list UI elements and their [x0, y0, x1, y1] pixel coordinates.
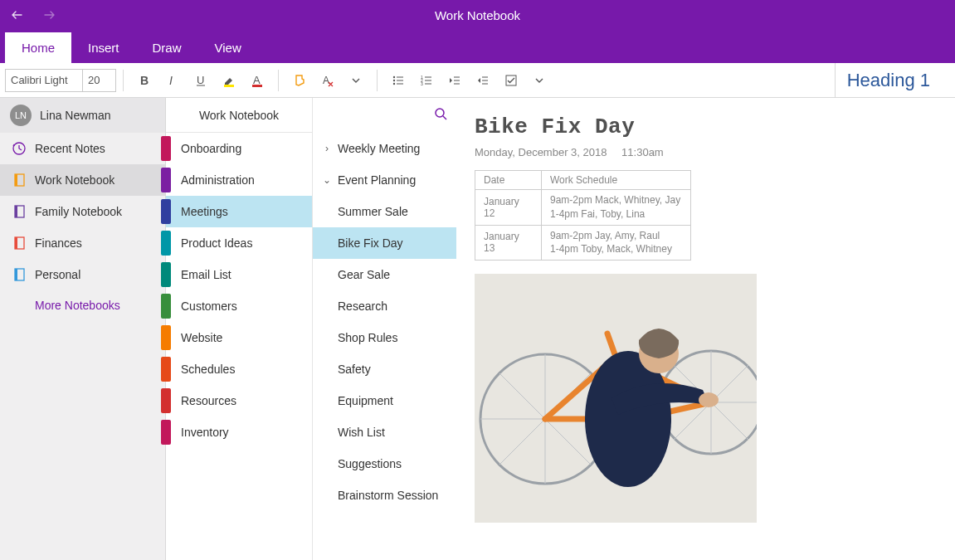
section-label: Schedules — [181, 363, 235, 376]
svg-point-10 — [393, 82, 395, 84]
page-label: Safety — [338, 363, 371, 376]
indent-button[interactable] — [469, 66, 497, 95]
page-label: Event Planning — [338, 173, 416, 187]
italic-button[interactable]: I — [158, 66, 187, 95]
tab-insert[interactable]: Insert — [71, 32, 136, 63]
chevron-down-icon: ⌄ — [321, 174, 333, 186]
section-meetings[interactable]: Meetings — [166, 196, 312, 227]
more-font-button[interactable] — [342, 66, 370, 95]
separator — [123, 70, 124, 91]
page-gear-sale[interactable]: Gear Sale — [313, 259, 456, 290]
notebook-family[interactable]: Family Notebook — [0, 196, 165, 227]
svg-rect-4 — [224, 85, 234, 87]
table-row[interactable]: January 13 9am-2pm Jay, Amy, Raul1-4pm T… — [475, 225, 691, 261]
format-painter-button[interactable] — [285, 66, 314, 95]
table-row[interactable]: January 12 9am-2pm Mack, Whitney, Jay1-4… — [475, 190, 691, 226]
table-header: Work Schedule — [542, 171, 691, 190]
sections-header: Work Notebook — [166, 98, 312, 133]
page-wish-list[interactable]: Wish List — [313, 416, 456, 448]
tab-view[interactable]: View — [198, 32, 258, 63]
separator — [278, 70, 279, 91]
section-tab-icon — [161, 199, 171, 224]
section-tab-icon — [161, 262, 171, 287]
style-heading[interactable]: Heading 1 — [835, 63, 950, 98]
page-label: Brainstorm Session — [338, 489, 438, 502]
page-title[interactable]: Bike Fix Day — [475, 114, 937, 139]
notebook-label: Family Notebook — [35, 205, 122, 218]
more-notebooks-link[interactable]: More Notebooks — [0, 290, 165, 320]
notebook-personal[interactable]: Personal — [0, 259, 165, 290]
page-bike-fix-day[interactable]: Bike Fix Day — [313, 227, 456, 259]
underline-button[interactable]: U — [187, 66, 215, 95]
section-product-ideas[interactable]: Product Ideas — [166, 227, 312, 259]
page-summer-sale[interactable]: Summer Sale — [313, 196, 456, 227]
back-button[interactable] — [0, 0, 33, 30]
section-resources[interactable]: Resources — [166, 385, 312, 416]
tab-draw[interactable]: Draw — [136, 32, 198, 63]
svg-rect-29 — [15, 174, 17, 186]
outdent-button[interactable] — [441, 66, 469, 95]
svg-text:A: A — [253, 74, 261, 86]
tab-home[interactable]: Home — [5, 32, 71, 63]
page-shop-rules[interactable]: Shop Rules — [313, 322, 456, 353]
page-suggestions[interactable]: Suggestions — [313, 448, 456, 480]
user-name: Lina Newman — [40, 109, 111, 122]
svg-rect-33 — [15, 237, 17, 249]
page-label: Weekly Meeting — [338, 142, 420, 155]
svg-text:U: U — [197, 74, 204, 86]
content-area[interactable]: Bike Fix Day Monday, December 3, 2018 11… — [456, 98, 955, 560]
table-cell: January 12 — [475, 190, 542, 226]
bold-button[interactable]: B — [130, 66, 158, 95]
page-safety[interactable]: Safety — [313, 353, 456, 385]
user-row[interactable]: LN Lina Newman — [0, 98, 165, 133]
section-tab-icon — [161, 420, 171, 445]
font-color-button[interactable]: A — [243, 66, 271, 95]
more-paragraph-button[interactable] — [525, 66, 553, 95]
notebook-work[interactable]: Work Notebook — [0, 164, 165, 196]
notebook-icon — [12, 236, 27, 251]
chevron-right-icon: › — [321, 143, 333, 154]
page-research[interactable]: Research — [313, 290, 456, 322]
section-email-list[interactable]: Email List — [166, 259, 312, 290]
bullet-list-button[interactable] — [384, 66, 412, 95]
svg-line-37 — [443, 116, 446, 119]
section-website[interactable]: Website — [166, 322, 312, 353]
highlight-button[interactable] — [215, 66, 243, 95]
section-label: Website — [181, 331, 222, 344]
clear-format-button[interactable]: A — [314, 66, 342, 95]
page-equipment[interactable]: Equipment — [313, 385, 456, 416]
page-brainstorm[interactable]: Brainstorm Session — [313, 480, 456, 511]
section-onboarding[interactable]: Onboarding — [166, 133, 312, 164]
notebook-label: Finances — [35, 236, 82, 250]
page-label: Gear Sale — [338, 268, 390, 281]
page-label: Shop Rules — [338, 331, 397, 344]
sections-column: Work Notebook Onboarding Administration … — [166, 98, 312, 560]
content-image[interactable] — [475, 274, 757, 523]
page-time: 11:30am — [621, 146, 664, 158]
search-icon[interactable] — [433, 106, 448, 124]
section-label: Administration — [181, 173, 255, 187]
section-label: Email List — [181, 268, 231, 281]
section-label: Meetings — [181, 205, 228, 218]
section-tab-icon — [161, 388, 171, 413]
section-customers[interactable]: Customers — [166, 290, 312, 322]
page-weekly-meeting[interactable]: ›Weekly Meeting — [313, 133, 456, 164]
separator — [377, 70, 378, 91]
page-event-planning[interactable]: ⌄Event Planning — [313, 164, 456, 196]
notebook-recent[interactable]: Recent Notes — [0, 133, 165, 164]
notebook-icon — [12, 204, 27, 219]
font-name-input[interactable] — [5, 69, 83, 92]
notebook-finances[interactable]: Finances — [0, 227, 165, 259]
section-tab-icon — [161, 231, 171, 256]
section-schedules[interactable]: Schedules — [166, 353, 312, 385]
section-tab-icon — [161, 357, 171, 382]
svg-rect-6 — [252, 85, 262, 87]
schedule-table[interactable]: Date Work Schedule January 12 9am-2pm Ma… — [475, 170, 691, 261]
section-administration[interactable]: Administration — [166, 164, 312, 196]
number-list-button[interactable]: 123 — [412, 66, 441, 95]
section-inventory[interactable]: Inventory — [166, 416, 312, 448]
todo-button[interactable] — [497, 66, 525, 95]
forward-button[interactable] — [33, 0, 66, 30]
page-label: Bike Fix Day — [338, 236, 403, 250]
font-size-input[interactable] — [83, 69, 116, 92]
